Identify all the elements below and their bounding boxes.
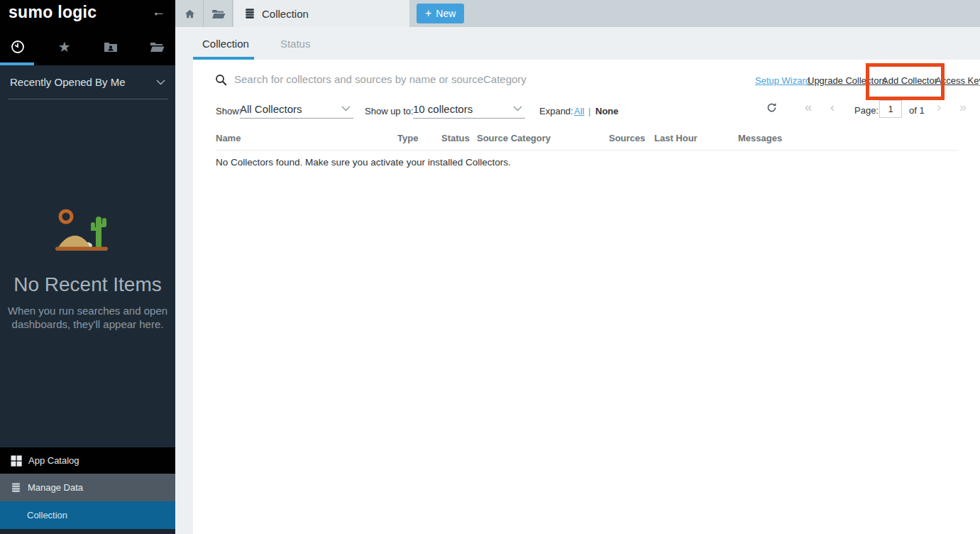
home-icon xyxy=(184,9,196,19)
first-page-button[interactable]: « xyxy=(805,100,812,116)
page-count-label: of 1 xyxy=(909,105,925,116)
main-area: Collection + New Collection Status Setup… xyxy=(175,0,980,534)
sidebar-tab-favorites[interactable]: ★ xyxy=(55,38,74,56)
folder-icon xyxy=(150,41,165,53)
empty-state-title: No Recent Items xyxy=(0,273,175,296)
sidebar-item-collection[interactable]: Collection xyxy=(0,501,175,529)
column-header-last-hour: Last Hour xyxy=(654,133,698,143)
grid-icon xyxy=(11,455,22,467)
column-header-messages: Messages xyxy=(738,133,782,143)
shared-folder-icon xyxy=(104,41,118,53)
sidebar: sumo logic ← ★ xyxy=(0,0,175,534)
recent-scope-label: Recently Opened By Me xyxy=(10,76,126,88)
sidebar-bottom-nav: App Catalog Manage Data Collection xyxy=(0,447,175,534)
sidebar-tab-library[interactable] xyxy=(148,38,167,56)
top-tab-bar: Collection + New xyxy=(175,0,980,27)
page-size-dropdown[interactable]: 10 collectors xyxy=(413,99,525,119)
new-button[interactable]: + New xyxy=(417,4,464,23)
empty-table-message: No Collectors found. Make sure you activ… xyxy=(216,157,511,168)
column-header-type: Type xyxy=(397,133,418,143)
column-header-name: Name xyxy=(216,133,241,143)
folder-icon xyxy=(211,9,226,19)
subtab-bar: Collection Status xyxy=(193,27,319,60)
empty-state-description: When you run searches and open dashboard… xyxy=(0,304,175,331)
page-number-input[interactable] xyxy=(879,100,902,118)
sidebar-item-label: Collection xyxy=(27,510,67,521)
expand-none-link[interactable]: None xyxy=(595,106,619,116)
header-divider xyxy=(216,150,959,151)
app-root: sumo logic ← ★ xyxy=(0,0,980,534)
collection-panel: Setup Wizard Upgrade Collectors Add Coll… xyxy=(193,60,980,534)
sidebar-tab-recents[interactable] xyxy=(9,38,27,56)
separator: | xyxy=(588,106,590,116)
new-button-label: New xyxy=(436,8,456,19)
refresh-icon xyxy=(766,102,777,113)
column-header-source-category: Source Category xyxy=(477,133,551,143)
next-page-button[interactable]: › xyxy=(937,100,941,116)
database-icon xyxy=(11,482,21,493)
desert-illustration xyxy=(55,208,121,252)
sidebar-tab-shared[interactable] xyxy=(101,38,120,56)
chevron-down-icon xyxy=(513,106,522,111)
show-label: Show: xyxy=(216,106,241,116)
sumo-logic-logo: sumo logic xyxy=(9,3,97,22)
database-icon xyxy=(244,8,255,19)
subtab-status[interactable]: Status xyxy=(271,38,320,50)
sidebar-item-label: Manage Data xyxy=(28,482,83,493)
column-header-sources: Sources xyxy=(609,133,645,143)
sidebar-item-manage-data[interactable]: Manage Data xyxy=(0,474,175,501)
divider xyxy=(8,99,168,99)
show-up-to-label: Show up to: xyxy=(365,106,414,116)
plus-icon: + xyxy=(425,8,431,19)
setup-wizard-link[interactable]: Setup Wizard xyxy=(755,75,810,86)
refresh-button[interactable] xyxy=(766,102,777,115)
collapse-sidebar-icon[interactable]: ← xyxy=(152,4,165,20)
search-icon xyxy=(215,74,227,86)
expand-label: Expand: xyxy=(539,106,573,116)
sidebar-item-label: App Catalog xyxy=(28,455,79,466)
chevron-down-icon xyxy=(341,106,351,111)
sidebar-empty-state: No Recent Items When you run searches an… xyxy=(0,208,175,331)
star-icon: ★ xyxy=(58,40,71,54)
dropdown-value: All Collectors xyxy=(240,103,302,115)
last-page-button[interactable]: » xyxy=(959,100,967,116)
subtab-collection[interactable]: Collection xyxy=(193,38,258,50)
column-header-status: Status xyxy=(441,133,470,143)
annotation-box xyxy=(866,63,945,100)
clock-icon xyxy=(10,39,26,55)
previous-page-button[interactable]: ‹ xyxy=(830,100,835,116)
sidebar-header: sumo logic ← ★ xyxy=(0,0,175,65)
expand-all-link[interactable]: All xyxy=(574,106,584,116)
home-button[interactable] xyxy=(176,0,204,27)
sidebar-nav-icons: ★ xyxy=(0,31,175,62)
sidebar-item-app-catalog[interactable]: App Catalog xyxy=(0,447,175,474)
open-library-button[interactable] xyxy=(204,0,233,27)
page-label: Page: xyxy=(854,105,879,116)
chevron-down-icon xyxy=(156,80,165,85)
tab-label: Collection xyxy=(262,8,309,20)
search-input[interactable] xyxy=(234,69,674,89)
tab-collection[interactable]: Collection xyxy=(233,0,409,27)
show-collectors-dropdown[interactable]: All Collectors xyxy=(240,99,353,119)
sidebar-footer-strip xyxy=(0,529,175,534)
recent-scope-dropdown[interactable]: Recently Opened By Me xyxy=(0,65,175,99)
dropdown-value: 10 collectors xyxy=(413,103,473,115)
